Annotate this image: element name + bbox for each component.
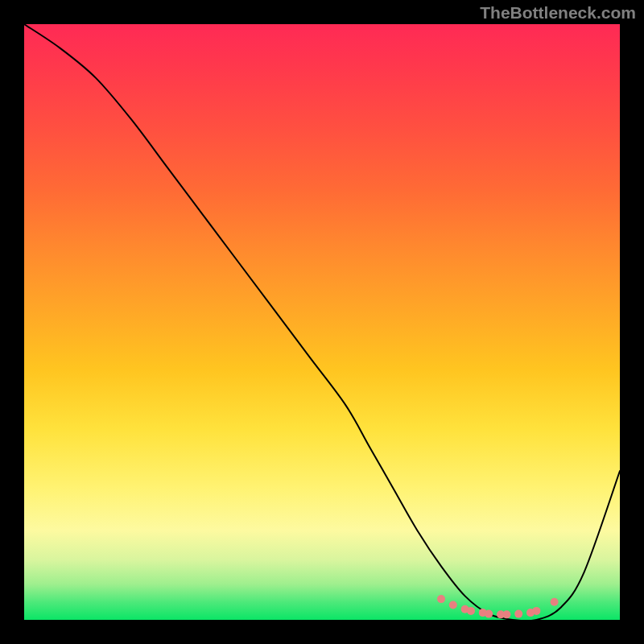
watermark-text: TheBottleneck.com [480,3,636,23]
chart-gradient-background [24,24,620,620]
